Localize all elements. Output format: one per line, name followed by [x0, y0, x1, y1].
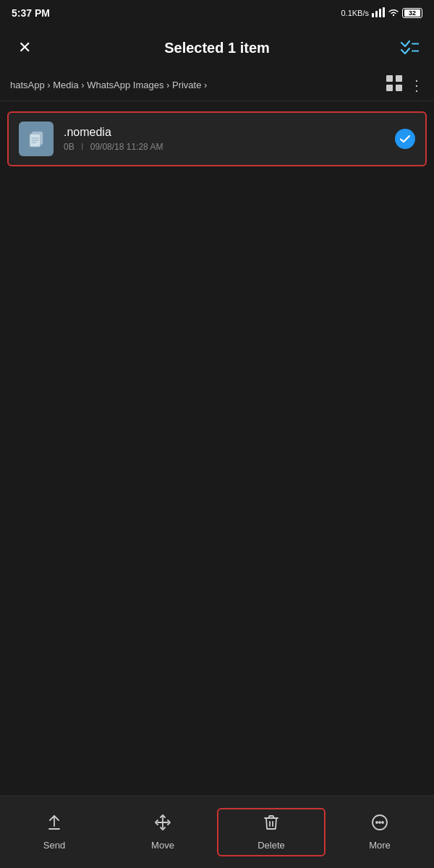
move-icon — [154, 814, 171, 835]
send-label: Send — [43, 840, 65, 851]
network-type — [372, 7, 385, 19]
breadcrumb-bar: hatsApp › Media › WhatsApp Images › Priv… — [0, 69, 434, 101]
status-time: 5:37 PM — [12, 7, 50, 19]
more-button[interactable]: More — [326, 808, 434, 856]
svg-rect-2 — [379, 9, 381, 17]
top-bar: ✕ Selected 1 item — [0, 26, 434, 69]
move-label: Move — [151, 840, 174, 851]
file-icon-wrapper — [19, 122, 54, 156]
overflow-menu-icon[interactable]: ⋮ — [409, 77, 424, 94]
file-size: 0B — [64, 142, 75, 152]
send-icon — [46, 814, 63, 835]
svg-rect-3 — [383, 7, 385, 17]
breadcrumb-actions: ⋮ — [386, 75, 424, 95]
svg-point-22 — [376, 822, 378, 823]
svg-rect-1 — [375, 11, 378, 17]
svg-rect-9 — [386, 85, 393, 91]
file-meta: 0B I 09/08/18 11:28 AM — [64, 142, 395, 152]
svg-point-4 — [393, 14, 394, 16]
send-button[interactable]: Send — [0, 808, 109, 856]
file-list: .nomedia 0B I 09/08/18 11:28 AM — [0, 101, 434, 176]
move-button[interactable]: Move — [109, 808, 217, 856]
checklist-icon[interactable] — [396, 35, 422, 61]
status-icons: 0.1KB/s 32 — [341, 7, 422, 19]
delete-icon — [263, 814, 280, 835]
svg-rect-8 — [396, 75, 402, 82]
file-info: .nomedia 0B I 09/08/18 11:28 AM — [64, 126, 395, 152]
selection-title: Selected 1 item — [38, 40, 396, 56]
breadcrumb[interactable]: hatsApp › Media › WhatsApp Images › Priv… — [10, 80, 386, 90]
grid-view-icon[interactable] — [386, 75, 402, 95]
file-copy-icon — [26, 129, 46, 149]
file-checkbox[interactable] — [395, 129, 415, 149]
wifi-icon — [388, 8, 399, 18]
svg-point-23 — [379, 822, 380, 823]
file-item[interactable]: .nomedia 0B I 09/08/18 11:28 AM — [7, 111, 427, 166]
status-bar: 5:37 PM 0.1KB/s 32 — [0, 0, 434, 26]
more-icon — [371, 814, 388, 835]
svg-rect-7 — [386, 75, 393, 82]
svg-point-24 — [382, 822, 383, 823]
meta-separator: I — [81, 142, 83, 152]
bottom-toolbar: Send Move Delete — [0, 796, 434, 868]
file-date: 09/08/18 11:28 AM — [90, 142, 163, 152]
battery-icon: 32 — [402, 8, 422, 18]
delete-button[interactable]: Delete — [217, 808, 326, 856]
data-speed: 0.1KB/s — [341, 9, 369, 17]
more-label: More — [369, 840, 391, 851]
svg-rect-10 — [396, 85, 402, 91]
svg-rect-0 — [372, 13, 374, 17]
file-name: .nomedia — [64, 126, 395, 139]
close-button[interactable]: ✕ — [12, 35, 38, 61]
delete-label: Delete — [258, 840, 285, 851]
